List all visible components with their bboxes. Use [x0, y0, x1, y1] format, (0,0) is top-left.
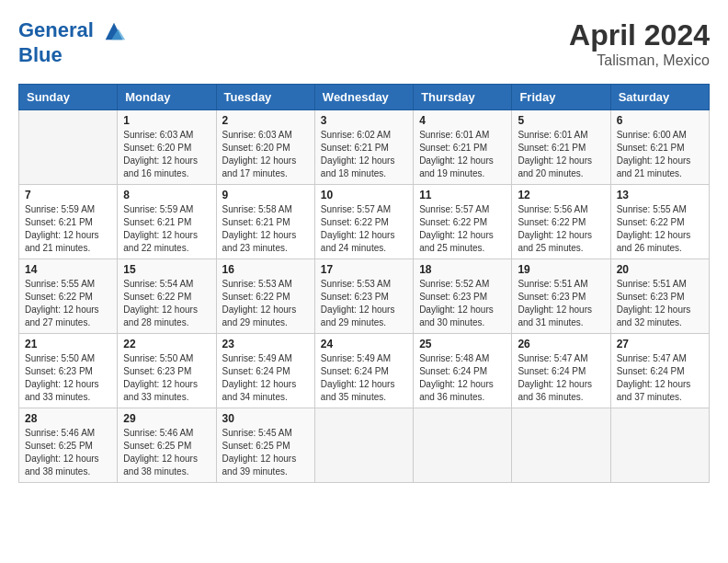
calendar-cell: 23Sunrise: 5:49 AMSunset: 6:24 PMDayligh… — [216, 334, 314, 408]
calendar-cell: 7Sunrise: 5:59 AMSunset: 6:21 PMDaylight… — [19, 185, 118, 259]
weekday-header-saturday: Saturday — [610, 85, 709, 110]
calendar-cell: 3Sunrise: 6:02 AMSunset: 6:21 PMDaylight… — [314, 110, 413, 185]
calendar-cell: 14Sunrise: 5:55 AMSunset: 6:22 PMDayligh… — [19, 259, 118, 334]
calendar-cell: 27Sunrise: 5:47 AMSunset: 6:24 PMDayligh… — [610, 334, 709, 408]
day-number: 25 — [419, 338, 506, 350]
day-number: 9 — [222, 189, 309, 201]
day-info: Sunrise: 5:58 AMSunset: 6:21 PMDaylight:… — [222, 203, 309, 255]
day-number: 14 — [25, 263, 111, 276]
day-info: Sunrise: 5:49 AMSunset: 6:24 PMDaylight:… — [222, 352, 309, 404]
calendar-cell: 24Sunrise: 5:49 AMSunset: 6:24 PMDayligh… — [314, 334, 413, 408]
day-number: 22 — [123, 338, 210, 350]
day-info: Sunrise: 5:49 AMSunset: 6:24 PMDaylight:… — [321, 352, 407, 404]
calendar-cell: 1Sunrise: 6:03 AMSunset: 6:20 PMDaylight… — [118, 110, 216, 185]
day-info: Sunrise: 5:48 AMSunset: 6:24 PMDaylight:… — [419, 352, 506, 404]
weekday-header-row: SundayMondayTuesdayWednesdayThursdayFrid… — [19, 85, 710, 110]
calendar-cell: 22Sunrise: 5:50 AMSunset: 6:23 PMDayligh… — [118, 334, 216, 408]
calendar-cell — [19, 110, 118, 185]
calendar-cell: 28Sunrise: 5:46 AMSunset: 6:25 PMDayligh… — [19, 408, 118, 483]
day-info: Sunrise: 6:01 AMSunset: 6:21 PMDaylight:… — [419, 129, 506, 180]
day-info: Sunrise: 5:59 AMSunset: 6:21 PMDaylight:… — [123, 203, 210, 255]
day-info: Sunrise: 5:47 AMSunset: 6:24 PMDaylight:… — [617, 352, 703, 404]
calendar-cell: 16Sunrise: 5:53 AMSunset: 6:22 PMDayligh… — [216, 259, 314, 334]
location: Talisman, Mexico — [569, 52, 710, 69]
day-number: 10 — [321, 189, 407, 201]
day-info: Sunrise: 5:59 AMSunset: 6:21 PMDaylight:… — [25, 203, 111, 255]
weekday-header-wednesday: Wednesday — [314, 85, 413, 110]
day-info: Sunrise: 5:57 AMSunset: 6:22 PMDaylight:… — [419, 203, 506, 255]
calendar-cell: 9Sunrise: 5:58 AMSunset: 6:21 PMDaylight… — [216, 185, 314, 259]
day-number: 4 — [419, 114, 506, 127]
calendar-table: SundayMondayTuesdayWednesdayThursdayFrid… — [18, 84, 710, 483]
day-number: 1 — [123, 114, 210, 127]
page-header: General Blue April 2024 Talisman, Mexico — [18, 18, 710, 69]
calendar-cell: 8Sunrise: 5:59 AMSunset: 6:21 PMDaylight… — [118, 185, 216, 259]
day-number: 12 — [518, 189, 604, 201]
day-info: Sunrise: 5:55 AMSunset: 6:22 PMDaylight:… — [25, 278, 111, 329]
day-info: Sunrise: 5:51 AMSunset: 6:23 PMDaylight:… — [617, 278, 703, 329]
calendar-cell: 21Sunrise: 5:50 AMSunset: 6:23 PMDayligh… — [19, 334, 118, 408]
day-number: 6 — [617, 114, 703, 127]
logo-general: General — [18, 18, 94, 41]
calendar-cell — [314, 408, 413, 483]
calendar-cell: 5Sunrise: 6:01 AMSunset: 6:21 PMDaylight… — [512, 110, 610, 185]
day-number: 29 — [123, 412, 210, 425]
day-number: 24 — [321, 338, 407, 350]
day-info: Sunrise: 6:02 AMSunset: 6:21 PMDaylight:… — [321, 129, 407, 180]
day-number: 7 — [25, 189, 111, 201]
calendar-week-row: 21Sunrise: 5:50 AMSunset: 6:23 PMDayligh… — [19, 334, 710, 408]
logo: General Blue — [18, 18, 127, 66]
calendar-cell: 2Sunrise: 6:03 AMSunset: 6:20 PMDaylight… — [216, 110, 314, 185]
day-number: 15 — [123, 263, 210, 276]
weekday-header-friday: Friday — [512, 85, 610, 110]
day-number: 27 — [617, 338, 703, 350]
calendar-cell: 10Sunrise: 5:57 AMSunset: 6:22 PMDayligh… — [314, 185, 413, 259]
day-info: Sunrise: 6:00 AMSunset: 6:21 PMDaylight:… — [617, 129, 703, 180]
day-info: Sunrise: 5:50 AMSunset: 6:23 PMDaylight:… — [25, 352, 111, 404]
day-number: 18 — [419, 263, 506, 276]
calendar-week-row: 28Sunrise: 5:46 AMSunset: 6:25 PMDayligh… — [19, 408, 710, 483]
calendar-cell: 17Sunrise: 5:53 AMSunset: 6:23 PMDayligh… — [314, 259, 413, 334]
day-number: 16 — [222, 263, 309, 276]
day-info: Sunrise: 5:56 AMSunset: 6:22 PMDaylight:… — [518, 203, 604, 255]
calendar-cell — [610, 408, 709, 483]
day-number: 11 — [419, 189, 506, 201]
day-info: Sunrise: 5:54 AMSunset: 6:22 PMDaylight:… — [123, 278, 210, 329]
weekday-header-thursday: Thursday — [414, 85, 512, 110]
month-year: April 2024 — [569, 18, 710, 52]
logo-text: General — [18, 18, 127, 44]
calendar-cell: 6Sunrise: 6:00 AMSunset: 6:21 PMDaylight… — [610, 110, 709, 185]
weekday-header-monday: Monday — [118, 85, 216, 110]
calendar-cell: 11Sunrise: 5:57 AMSunset: 6:22 PMDayligh… — [414, 185, 512, 259]
weekday-header-sunday: Sunday — [19, 85, 118, 110]
day-number: 23 — [222, 338, 309, 350]
day-info: Sunrise: 5:51 AMSunset: 6:23 PMDaylight:… — [518, 278, 604, 329]
calendar-cell: 20Sunrise: 5:51 AMSunset: 6:23 PMDayligh… — [610, 259, 709, 334]
calendar-cell: 19Sunrise: 5:51 AMSunset: 6:23 PMDayligh… — [512, 259, 610, 334]
day-number: 30 — [222, 412, 309, 425]
day-number: 8 — [123, 189, 210, 201]
calendar-cell: 4Sunrise: 6:01 AMSunset: 6:21 PMDaylight… — [414, 110, 512, 185]
weekday-header-tuesday: Tuesday — [216, 85, 314, 110]
day-number: 5 — [518, 114, 604, 127]
title-block: April 2024 Talisman, Mexico — [569, 18, 710, 69]
calendar-cell: 18Sunrise: 5:52 AMSunset: 6:23 PMDayligh… — [414, 259, 512, 334]
day-info: Sunrise: 5:45 AMSunset: 6:25 PMDaylight:… — [222, 427, 309, 478]
day-number: 13 — [617, 189, 703, 201]
day-info: Sunrise: 6:01 AMSunset: 6:21 PMDaylight:… — [518, 129, 604, 180]
day-info: Sunrise: 5:46 AMSunset: 6:25 PMDaylight:… — [25, 427, 111, 478]
day-info: Sunrise: 5:52 AMSunset: 6:23 PMDaylight:… — [419, 278, 506, 329]
day-info: Sunrise: 6:03 AMSunset: 6:20 PMDaylight:… — [123, 129, 210, 180]
calendar-week-row: 1Sunrise: 6:03 AMSunset: 6:20 PMDaylight… — [19, 110, 710, 185]
logo-blue: Blue — [18, 44, 127, 66]
calendar-cell: 13Sunrise: 5:55 AMSunset: 6:22 PMDayligh… — [610, 185, 709, 259]
calendar-week-row: 14Sunrise: 5:55 AMSunset: 6:22 PMDayligh… — [19, 259, 710, 334]
calendar-cell: 12Sunrise: 5:56 AMSunset: 6:22 PMDayligh… — [512, 185, 610, 259]
day-number: 26 — [518, 338, 604, 350]
day-number: 2 — [222, 114, 309, 127]
logo-icon — [101, 18, 127, 44]
calendar-cell: 26Sunrise: 5:47 AMSunset: 6:24 PMDayligh… — [512, 334, 610, 408]
day-number: 28 — [25, 412, 111, 425]
day-number: 21 — [25, 338, 111, 350]
calendar-cell — [512, 408, 610, 483]
